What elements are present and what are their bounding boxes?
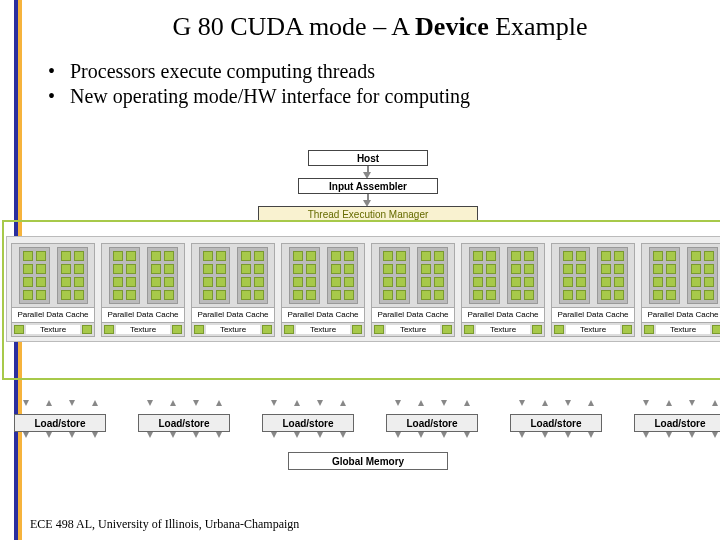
cuda-core (396, 264, 406, 274)
cuda-core (203, 251, 213, 261)
cuda-core (113, 290, 123, 300)
texture-row: Texture (642, 322, 720, 336)
cuda-core (666, 290, 676, 300)
cores-area (552, 244, 634, 307)
arrow-down-icon (418, 432, 424, 438)
texture-unit-icon (554, 325, 564, 334)
cuda-core (203, 290, 213, 300)
cuda-core (473, 290, 483, 300)
core-grid (57, 247, 88, 304)
core-grid (19, 247, 50, 304)
cuda-core (524, 251, 534, 261)
core-grid (417, 247, 448, 304)
texture-unit-icon (442, 325, 452, 334)
arrow-up-icon (464, 400, 470, 406)
cuda-core (383, 290, 393, 300)
cuda-core (614, 251, 624, 261)
texture-label: Texture (386, 325, 440, 334)
sm-block: Parallel Data CacheTexture (371, 243, 455, 337)
cuda-core (473, 277, 483, 287)
bullet-text: Processors execute computing threads (70, 60, 375, 83)
host-box: Host (308, 150, 428, 166)
parallel-data-cache-label: Parallel Data Cache (552, 307, 634, 322)
cuda-core (331, 277, 341, 287)
loadstore-box: Load/store (138, 414, 230, 432)
texture-unit-icon (82, 325, 92, 334)
sm-block: Parallel Data CacheTexture (641, 243, 720, 337)
texture-unit-icon (622, 325, 632, 334)
cuda-core (653, 277, 663, 287)
cores-area (372, 244, 454, 307)
slide-footer: ECE 498 AL, University of Illinois, Urba… (30, 517, 299, 532)
texture-label: Texture (476, 325, 530, 334)
cuda-core (576, 290, 586, 300)
arrow-up-icon (418, 400, 424, 406)
texture-unit-icon (644, 325, 654, 334)
texture-unit-icon (352, 325, 362, 334)
thread-execution-manager-box: Thread Execution Manager (258, 206, 478, 222)
arrow-down-icon (464, 432, 470, 438)
arrow-group (386, 432, 478, 438)
cuda-core (396, 251, 406, 261)
texture-unit-icon (194, 325, 204, 334)
cuda-core (563, 277, 573, 287)
arrow-down-icon (712, 432, 718, 438)
cuda-core (23, 264, 33, 274)
cuda-core (36, 277, 46, 287)
arrow-down-icon (441, 400, 447, 406)
cuda-core (601, 290, 611, 300)
loadstore-box: Load/store (14, 414, 106, 432)
cuda-core (344, 277, 354, 287)
cuda-core (203, 264, 213, 274)
arrow-group (386, 400, 478, 406)
texture-label: Texture (26, 325, 80, 334)
arrow-up-icon (340, 400, 346, 406)
arrow-down-icon (689, 432, 695, 438)
cuda-core (216, 264, 226, 274)
cuda-core (396, 277, 406, 287)
cuda-core (293, 264, 303, 274)
arrow-down-icon (147, 432, 153, 438)
cuda-core (331, 264, 341, 274)
cuda-core (691, 264, 701, 274)
cuda-core (511, 290, 521, 300)
texture-row: Texture (282, 322, 364, 336)
arrow-down-icon (294, 432, 300, 438)
sm-block: Parallel Data CacheTexture (281, 243, 365, 337)
cuda-core (614, 277, 624, 287)
cuda-core (293, 290, 303, 300)
cuda-core (486, 251, 496, 261)
cuda-core (666, 264, 676, 274)
cuda-core (421, 264, 431, 274)
texture-row: Texture (372, 322, 454, 336)
cuda-core (666, 277, 676, 287)
bullet-dot: • (48, 60, 70, 83)
cuda-core (216, 290, 226, 300)
bullet-list: • Processors execute computing threads •… (48, 60, 720, 108)
arrow-down-icon (519, 400, 525, 406)
cuda-core (601, 264, 611, 274)
cuda-core (434, 277, 444, 287)
cuda-core (306, 277, 316, 287)
arrow-down-icon (565, 432, 571, 438)
cuda-core (74, 290, 84, 300)
arrow-down-icon (689, 400, 695, 406)
arrow-down-icon (271, 432, 277, 438)
parallel-data-cache-label: Parallel Data Cache (192, 307, 274, 322)
cuda-core (164, 277, 174, 287)
arrow-group (138, 400, 230, 406)
loadstore-box: Load/store (634, 414, 720, 432)
parallel-data-cache-label: Parallel Data Cache (642, 307, 720, 322)
arrow-down-icon (69, 432, 75, 438)
sm-block: Parallel Data CacheTexture (101, 243, 185, 337)
cuda-core (511, 251, 521, 261)
cuda-core (383, 251, 393, 261)
cuda-core (241, 251, 251, 261)
parallel-data-cache-label: Parallel Data Cache (462, 307, 544, 322)
cuda-core (306, 251, 316, 261)
texture-label: Texture (296, 325, 350, 334)
cuda-core (511, 277, 521, 287)
arrow-up-icon (216, 400, 222, 406)
cuda-core (473, 264, 483, 274)
cuda-core (524, 277, 534, 287)
